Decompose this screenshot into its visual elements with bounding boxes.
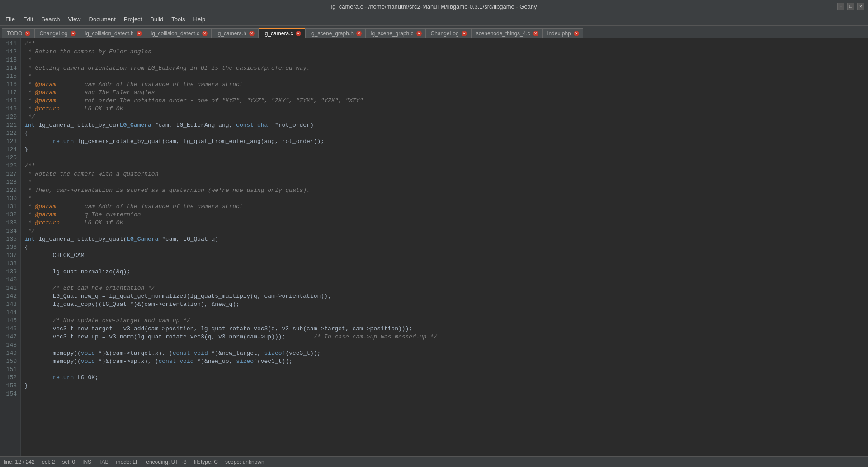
menu-project[interactable]: Project	[120, 15, 146, 24]
maximize-button[interactable]: □	[847, 3, 854, 10]
tab-lg-collision-detect-h[interactable]: lg_collision_detect.h ✕	[80, 28, 146, 38]
code-line-128: *	[24, 178, 864, 186]
code-line-150: memcpy((void *)&(cam->up.x), (const void…	[24, 357, 864, 366]
code-line-142: LG_Quat new_q = lg_quat_get_normalized(l…	[24, 292, 864, 300]
window-controls[interactable]: ─ □ ✕	[837, 3, 864, 10]
code-line-133: * @return LG_OK if OK	[24, 219, 864, 227]
tab-scenenode-things-4-c[interactable]: scenenode_things_4.c ✕	[471, 28, 542, 38]
tab-changelog-2[interactable]: ChangeLog ✕	[426, 28, 471, 38]
code-line-153: }	[24, 382, 864, 390]
code-line-118: * @param rot_order The rotations order -…	[24, 97, 864, 105]
tab-lg-scene-graph-c[interactable]: lg_scene_graph.c ✕	[366, 28, 426, 38]
tab-close-lg-collision-detect-c[interactable]: ✕	[202, 31, 208, 36]
status-bar: line: 12 / 242 col: 2 sel: 0 INS TAB mod…	[0, 456, 868, 467]
code-line-140	[24, 276, 864, 284]
close-button[interactable]: ✕	[857, 3, 864, 10]
tab-todo[interactable]: TODO ✕	[2, 28, 34, 38]
menu-tools[interactable]: Tools	[168, 15, 189, 24]
menu-build[interactable]: Build	[146, 15, 167, 24]
code-line-117: * @param ang The Euler angles	[24, 89, 864, 97]
code-line-126: /**	[24, 162, 864, 170]
code-line-119: * @return LG_OK if OK	[24, 105, 864, 113]
status-scope: scope: unknown	[225, 459, 264, 465]
status-sel: sel: 0	[62, 459, 75, 465]
code-line-131: * @param cam Addr of the instance of the…	[24, 203, 864, 211]
code-line-113: *	[24, 56, 864, 64]
tab-close-changelog-2[interactable]: ✕	[462, 31, 467, 36]
code-line-130: *	[24, 195, 864, 203]
code-line-111: /**	[24, 40, 864, 48]
tab-index-php[interactable]: index.php ✕	[542, 28, 583, 38]
code-line-141: /* Set cam new orientation */	[24, 284, 864, 292]
code-line-112: * Rotate the camera by Euler angles	[24, 48, 864, 56]
code-line-127: * Rotate the camera with a quaternion	[24, 170, 864, 178]
code-line-154	[24, 390, 864, 398]
code-line-114: * Getting camera orientation from LG_Eul…	[24, 64, 864, 72]
tab-bar: TODO ✕ ChangeLog ✕ lg_collision_detect.h…	[0, 25, 868, 38]
line-numbers: 111 112 113 114 115 116 117 118 119 120 …	[0, 38, 21, 456]
code-line-138	[24, 260, 864, 268]
tab-close-lg-collision-detect-h[interactable]: ✕	[137, 31, 142, 36]
status-filetype: filetype: C	[194, 459, 218, 465]
menu-view[interactable]: View	[65, 15, 85, 24]
code-line-137: CHECK_CAM	[24, 252, 864, 260]
code-line-134: */	[24, 227, 864, 235]
tab-close-changelog-1[interactable]: ✕	[71, 31, 76, 36]
tab-close-scenenode-things-4-c[interactable]: ✕	[533, 31, 538, 36]
menu-search[interactable]: Search	[38, 15, 63, 24]
code-line-148	[24, 341, 864, 349]
tab-lg-camera-h[interactable]: lg_camera.h ✕	[212, 28, 259, 38]
code-line-145: /* Now update cam->target and cam_up */	[24, 317, 864, 325]
status-ins: INS	[82, 459, 91, 465]
code-line-120: */	[24, 113, 864, 121]
tab-lg-scene-graph-h[interactable]: lg_scene_graph.h ✕	[305, 28, 365, 38]
code-line-123: return lg_camera_rotate_by_quat(cam, lg_…	[24, 138, 864, 146]
window-title: lg_camera.c - /home/manutm/src2-ManuTM/l…	[31, 3, 837, 10]
code-line-115: *	[24, 72, 864, 81]
status-line: line: 12 / 242	[4, 459, 35, 465]
code-line-146: vec3_t new_target = v3_add(cam->position…	[24, 325, 864, 333]
menu-edit[interactable]: Edit	[19, 15, 37, 24]
code-line-122: {	[24, 129, 864, 138]
code-editor[interactable]: /** * Rotate the camera by Euler angles …	[21, 38, 868, 456]
code-line-147: vec3_t new_up = v3_norm(lg_quat_rotate_v…	[24, 333, 864, 341]
tab-lg-camera-c[interactable]: lg_camera.c ✕	[259, 28, 305, 38]
minimize-button[interactable]: ─	[837, 3, 844, 10]
title-bar: lg_camera.c - /home/manutm/src2-ManuTM/l…	[0, 0, 868, 13]
editor-area: 111 112 113 114 115 116 117 118 119 120 …	[0, 38, 868, 456]
tab-close-index-php[interactable]: ✕	[574, 31, 579, 36]
code-line-121: int lg_camera_rotate_by_eu(LG_Camera *ca…	[24, 121, 864, 129]
code-line-136: {	[24, 243, 864, 252]
code-line-152: return LG_OK;	[24, 374, 864, 382]
code-line-132: * @param q The quaternion	[24, 211, 864, 219]
status-tab: TAB	[99, 459, 108, 465]
code-line-124: }	[24, 146, 864, 154]
code-line-149: memcpy((void *)&(cam->target.x), (const …	[24, 349, 864, 357]
menu-bar: File Edit Search View Document Project B…	[0, 13, 868, 25]
status-mode: mode: LF	[116, 459, 139, 465]
menu-file[interactable]: File	[2, 15, 19, 24]
status-encoding: encoding: UTF-8	[146, 459, 186, 465]
code-line-129: * Then, cam->orientation is stored as a …	[24, 186, 864, 195]
tab-changelog-1[interactable]: ChangeLog ✕	[34, 28, 80, 38]
code-line-144	[24, 309, 864, 317]
tab-close-todo[interactable]: ✕	[25, 31, 30, 36]
code-line-116: * @param cam Addr of the instance of the…	[24, 81, 864, 89]
tab-close-lg-scene-graph-h[interactable]: ✕	[356, 31, 362, 36]
code-line-139: lg_quat_normalize(&q);	[24, 268, 864, 276]
tab-close-lg-camera-c[interactable]: ✕	[296, 31, 301, 36]
status-col: col: 2	[42, 459, 55, 465]
tab-close-lg-scene-graph-c[interactable]: ✕	[416, 31, 422, 36]
code-line-135: int lg_camera_rotate_by_quat(LG_Camera *…	[24, 235, 864, 243]
menu-document[interactable]: Document	[85, 15, 119, 24]
code-line-125	[24, 154, 864, 162]
code-line-151	[24, 366, 864, 374]
tab-lg-collision-detect-c[interactable]: lg_collision_detect.c ✕	[146, 28, 212, 38]
code-line-143: lg_quat_copy((LG_Quat *)&(cam->orientati…	[24, 300, 864, 309]
menu-help[interactable]: Help	[190, 15, 209, 24]
tab-close-lg-camera-h[interactable]: ✕	[249, 31, 255, 36]
